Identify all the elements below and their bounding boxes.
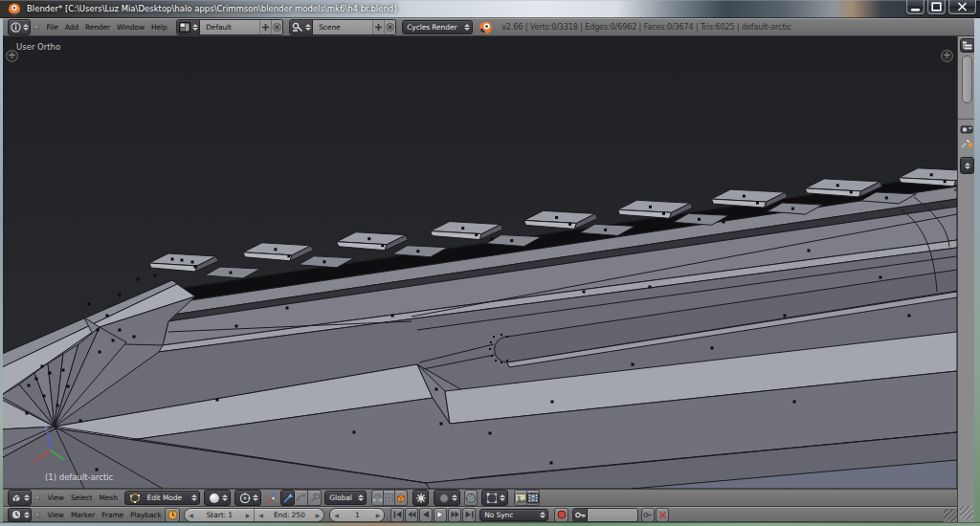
- orientation-selector[interactable]: Global: [324, 491, 367, 505]
- menu-view[interactable]: View: [44, 511, 67, 519]
- play-reverse-button[interactable]: [419, 508, 433, 522]
- rotate-icon: [296, 493, 307, 504]
- close-icon: [957, 2, 968, 11]
- keying-set-selector: [572, 508, 638, 522]
- editor-switch-arrows: [24, 512, 30, 518]
- jump-start-icon: [393, 511, 402, 518]
- header-collapse-dot[interactable]: [35, 513, 40, 517]
- increment-arrow[interactable]: ▶: [372, 512, 385, 518]
- mode-selector[interactable]: Edit Mode: [124, 491, 200, 505]
- header-collapse-dot[interactable]: [34, 25, 39, 30]
- pivot-point-selector[interactable]: [234, 490, 261, 506]
- screen-layout-browse-arrows: [192, 24, 198, 31]
- edit-mode-icon: [129, 493, 141, 503]
- menu-window[interactable]: Window: [114, 23, 148, 32]
- properties-nav-stepper[interactable]: [960, 157, 974, 174]
- outliner-editor-button[interactable]: [960, 38, 975, 53]
- decrement-arrow[interactable]: ◀: [185, 512, 197, 518]
- magnet-icon: [372, 493, 383, 503]
- screen-layout-browse-button[interactable]: [177, 20, 200, 34]
- increment-arrow[interactable]: ▶: [312, 512, 324, 518]
- decrement-arrow[interactable]: ◀: [255, 512, 267, 518]
- menu-marker[interactable]: Marker: [67, 511, 98, 519]
- key-plus-icon: [643, 511, 653, 519]
- editor-divider[interactable]: [958, 119, 974, 120]
- menu-mesh[interactable]: Mesh: [96, 493, 121, 502]
- current-frame-field[interactable]: ◀ 1 ▶: [329, 508, 385, 522]
- frame-end-field[interactable]: ◀ End: 250 ▶: [255, 509, 323, 521]
- outliner-scrollbar[interactable]: [962, 55, 972, 103]
- render-engine-selector[interactable]: Cycles Render: [402, 20, 473, 34]
- jump-to-end-button[interactable]: [462, 508, 476, 522]
- proportional-edit-selector[interactable]: [434, 490, 460, 506]
- scene-selector: Scene: [289, 19, 396, 35]
- jump-to-start-button[interactable]: [390, 508, 404, 522]
- corner-resize-grip[interactable]: [960, 506, 973, 519]
- menu-select[interactable]: Select: [67, 493, 96, 502]
- sync-mode-selector[interactable]: No Sync: [479, 509, 548, 521]
- delete-keyframe-button[interactable]: [656, 508, 669, 522]
- keying-set-name[interactable]: [588, 509, 637, 521]
- minimize-button[interactable]: [906, 0, 924, 14]
- editor-type-button-info[interactable]: [8, 19, 31, 35]
- scene-add-button[interactable]: [372, 20, 384, 34]
- next-keyframe-button[interactable]: [448, 508, 461, 522]
- opengl-render-image-button[interactable]: [514, 490, 527, 506]
- play-reverse-icon: [422, 511, 430, 518]
- minimize-icon: [910, 3, 922, 11]
- editor-type-button-timeline[interactable]: [8, 508, 32, 522]
- screen-layout-add-button[interactable]: [259, 20, 271, 34]
- select-mode-selector[interactable]: [481, 490, 508, 506]
- toolshelf-expand-icon[interactable]: +: [6, 50, 18, 62]
- pin-icon[interactable]: [960, 138, 973, 149]
- menu-view[interactable]: View: [44, 493, 67, 502]
- opengl-render-anim-button[interactable]: [527, 490, 540, 506]
- window-controls: [903, 0, 976, 14]
- viewport-shading-selector[interactable]: [204, 490, 231, 506]
- shading-arrows: [222, 494, 228, 501]
- prev-keyframe-button[interactable]: [405, 508, 418, 522]
- snap-element-button[interactable]: [384, 490, 395, 506]
- properties-expand-icon[interactable]: +: [941, 50, 953, 62]
- svg-text:z: z: [44, 425, 48, 432]
- menu-frame[interactable]: Frame: [99, 511, 127, 519]
- scene-name[interactable]: Scene: [313, 20, 372, 34]
- unlink-x-icon: [386, 23, 394, 32]
- auto-keyframe-button[interactable]: [554, 508, 568, 522]
- outliner-icon: [962, 40, 973, 51]
- decrement-arrow[interactable]: ◀: [330, 512, 343, 518]
- timeline-resize-grip[interactable]: [944, 509, 957, 522]
- menu-render[interactable]: Render: [81, 23, 113, 32]
- manipulator-translate-button[interactable]: [280, 490, 295, 506]
- window-title: Blender* [C:\Users\Luz Mia\Desktop\halo …: [27, 4, 397, 13]
- viewport-3d[interactable]: z User Ortho (1) default-arctic + + View…: [3, 36, 957, 507]
- manipulator-rotate-button[interactable]: [295, 490, 308, 506]
- play-button[interactable]: [434, 508, 447, 522]
- screen-layout-delete-button[interactable]: [271, 20, 282, 34]
- window-border-left: [0, 18, 3, 522]
- preview-range-toggle[interactable]: [165, 508, 180, 522]
- menu-add[interactable]: Add: [61, 23, 81, 32]
- increment-arrow[interactable]: ▶: [242, 512, 255, 518]
- manipulator-toggle[interactable]: [266, 492, 280, 505]
- editor-type-button-view3d[interactable]: [8, 490, 32, 506]
- insert-keyframe-button[interactable]: [641, 508, 655, 522]
- maximize-button[interactable]: [927, 0, 946, 14]
- screen-layout-name[interactable]: Default: [200, 20, 259, 34]
- occlude-geometry-button[interactable]: [464, 490, 478, 506]
- frame-start-field[interactable]: ◀ Start: 1 ▶: [185, 509, 255, 521]
- scene-browse-button[interactable]: [290, 20, 313, 34]
- menu-file[interactable]: File: [43, 23, 61, 32]
- menu-help[interactable]: Help: [147, 23, 170, 32]
- manipulator-scale-button[interactable]: [308, 490, 322, 506]
- snap-toggle-button[interactable]: [371, 490, 384, 506]
- key-icon: [575, 511, 586, 519]
- keying-set-browse-button[interactable]: [573, 509, 588, 521]
- header-collapse-dot[interactable]: [35, 495, 40, 500]
- scene-delete-button[interactable]: [384, 20, 395, 34]
- menu-playback[interactable]: Playback: [127, 511, 166, 519]
- properties-render-tab-icon[interactable]: [960, 124, 973, 135]
- snap-target-button[interactable]: [395, 490, 408, 506]
- render-border-button[interactable]: [412, 490, 429, 506]
- close-button[interactable]: [948, 0, 976, 14]
